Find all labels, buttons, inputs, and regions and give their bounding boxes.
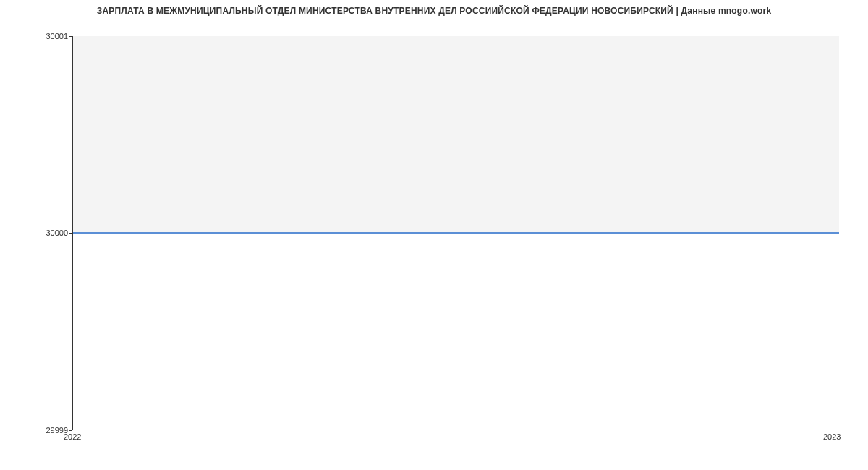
chart-plot-area (72, 36, 839, 430)
y-tick-mark (69, 233, 72, 234)
chart-lower-fill (73, 233, 839, 430)
chart-title: ЗАРПЛАТА В МЕЖМУНИЦИПАЛЬНЫЙ ОТДЕЛ МИНИСТ… (0, 6, 868, 16)
y-tick-mark (69, 36, 72, 37)
y-tick-label: 30000 (46, 228, 68, 237)
y-tick-label: 30001 (46, 32, 68, 40)
x-tick-label: 2023 (823, 432, 841, 441)
chart-line-series (73, 232, 839, 234)
y-tick-mark (69, 430, 72, 431)
x-tick-label: 2022 (64, 432, 81, 441)
